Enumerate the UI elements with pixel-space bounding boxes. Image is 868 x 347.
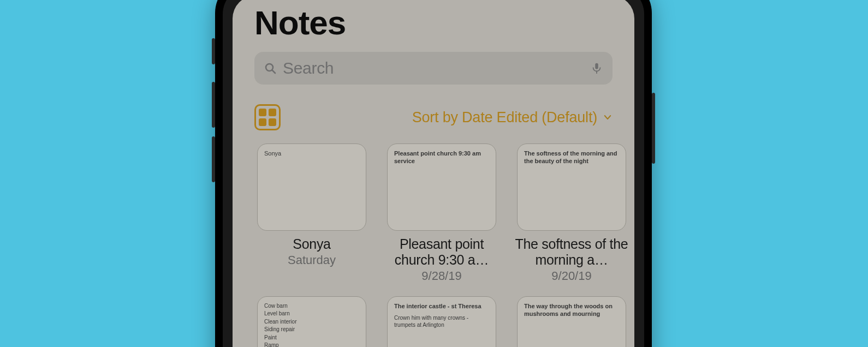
note-date: 9/28/19 [384, 269, 499, 283]
note-preview-line: Clean interior [264, 318, 359, 326]
grid-icon [259, 118, 266, 126]
volume-up-button [212, 82, 215, 128]
search-field[interactable]: Search [254, 52, 613, 85]
phone-frame: Notes Search Sort by Date Edit [215, 0, 652, 347]
note-preview-title: The way through the woods on mushrooms a… [524, 302, 619, 318]
note-date: 9/20/19 [514, 269, 629, 283]
note-preview-title: The interior castle - st Theresa [394, 302, 489, 310]
sort-label: Sort by Date Edited (Default) [412, 109, 597, 126]
phone-screen: Notes Search Sort by Date Edit [233, 0, 634, 347]
svg-point-0 [266, 64, 273, 71]
svg-rect-2 [595, 63, 598, 69]
note-cell[interactable]: Sonya Sonya Saturday [254, 143, 369, 283]
note-preview-title: The softness of the morning and the beau… [524, 149, 619, 165]
note-cell[interactable]: The way through the woods on mushrooms a… [514, 296, 629, 348]
list-controls: Sort by Date Edited (Default) [254, 104, 613, 130]
note-preview-card: Pleasant point church 9:30 am service [387, 143, 496, 231]
note-title: Sonya [254, 236, 369, 252]
note-preview-card: The way through the woods on mushrooms a… [517, 296, 626, 348]
note-cell[interactable]: The softness of the morning and the beau… [514, 143, 629, 283]
note-cell[interactable]: The interior castle - st Theresa Crown h… [384, 296, 499, 348]
notes-app: Notes Search Sort by Date Edit [233, 0, 634, 347]
note-preview-card: Sonya [257, 143, 366, 231]
note-preview-line: Cow barn [264, 302, 359, 310]
note-preview-title: Pleasant point church 9:30 am service [394, 149, 489, 165]
note-caption: Pleasant point church 9:30 a… 9/28/19 [384, 236, 499, 283]
note-date: Saturday [254, 253, 369, 267]
note-preview-line: Siding repair [264, 326, 359, 334]
note-preview-body: Crown him with many crowns - trumpets at… [394, 314, 489, 328]
note-preview-title: Sonya [264, 149, 359, 157]
note-preview-line: Paint [264, 334, 359, 342]
page-title: Notes [254, 3, 613, 42]
note-cell[interactable]: Cow barn Level barn Clean interior Sidin… [254, 296, 369, 348]
microphone-icon[interactable] [590, 61, 604, 75]
notes-grid: Sonya Sonya Saturday Pleasant point chur… [254, 143, 613, 347]
sort-button[interactable]: Sort by Date Edited (Default) [412, 109, 613, 126]
chevron-down-icon [603, 112, 613, 122]
search-icon [263, 61, 277, 75]
grid-icon [259, 109, 266, 116]
note-title: Pleasant point church 9:30 a… [384, 236, 499, 268]
note-preview-card: The softness of the morning and the beau… [517, 143, 626, 231]
volume-down-button [212, 136, 215, 182]
search-placeholder: Search [283, 59, 584, 77]
note-preview-line: Ramp [264, 342, 359, 347]
note-caption: Sonya Saturday [254, 236, 369, 267]
note-caption: The softness of the morning a… 9/20/19 [514, 236, 629, 283]
mute-switch [212, 38, 215, 64]
note-cell[interactable]: Pleasant point church 9:30 am service Pl… [384, 143, 499, 283]
grid-icon [269, 109, 276, 116]
note-preview-card: Cow barn Level barn Clean interior Sidin… [257, 296, 366, 348]
svg-line-1 [272, 70, 275, 73]
note-preview-card: The interior castle - st Theresa Crown h… [387, 296, 496, 348]
note-title: The softness of the morning a… [514, 236, 629, 268]
note-preview-line: Level barn [264, 310, 359, 318]
power-button [652, 93, 655, 164]
grid-icon [269, 118, 276, 126]
grid-view-toggle[interactable] [254, 104, 281, 130]
